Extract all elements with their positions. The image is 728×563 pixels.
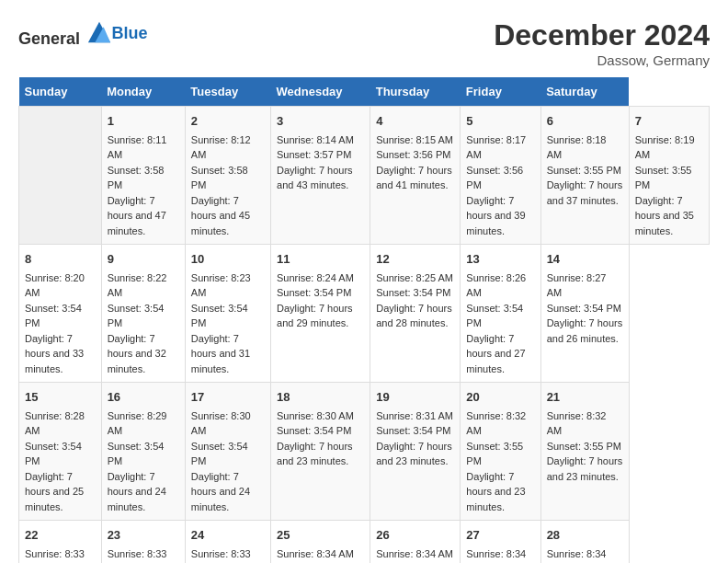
sunset-text: Sunset: 3:56 PM xyxy=(376,149,450,160)
sunrise-text: Sunrise: 8:22 AM xyxy=(108,272,167,299)
sunrise-text: Sunrise: 8:28 AM xyxy=(25,410,85,437)
sunrise-text: Sunrise: 8:34 AM xyxy=(466,548,526,564)
sunrise-text: Sunrise: 8:14 AM xyxy=(277,134,354,145)
sunrise-text: Sunrise: 8:25 AM xyxy=(376,272,453,283)
calendar-cell: 18Sunrise: 8:30 AMSunset: 3:54 PMDayligh… xyxy=(271,383,370,521)
calendar-cell: 16Sunrise: 8:29 AMSunset: 3:54 PMDayligh… xyxy=(101,383,185,521)
day-header-saturday: Saturday xyxy=(540,77,629,107)
week-row-2: 8Sunrise: 8:20 AMSunset: 3:54 PMDaylight… xyxy=(19,245,710,383)
day-header-friday: Friday xyxy=(461,77,540,107)
sunset-text: Sunset: 3:55 PM xyxy=(466,441,523,467)
main-title: December 2024 xyxy=(494,18,710,52)
calendar-cell: 19Sunrise: 8:31 AMSunset: 3:54 PMDayligh… xyxy=(370,383,461,521)
day-number: 12 xyxy=(376,250,454,269)
day-number: 4 xyxy=(376,112,454,131)
day-number: 3 xyxy=(277,112,364,131)
sunrise-text: Sunrise: 8:19 AM xyxy=(635,134,695,161)
sunrise-text: Sunrise: 8:34 AM xyxy=(547,548,607,564)
daylight-text: Daylight: 7 hours and 27 minutes. xyxy=(466,333,525,374)
day-header-thursday: Thursday xyxy=(370,77,461,107)
day-number: 8 xyxy=(25,250,96,269)
day-number: 20 xyxy=(466,388,534,407)
calendar-cell: 6Sunrise: 8:18 AMSunset: 3:55 PMDaylight… xyxy=(540,107,629,245)
day-number: 1 xyxy=(108,112,179,131)
day-number: 13 xyxy=(466,250,534,269)
day-number: 25 xyxy=(277,526,364,545)
calendar-cell: 22Sunrise: 8:33 AMSunset: 3:56 PMDayligh… xyxy=(19,521,102,564)
sunset-text: Sunset: 3:54 PM xyxy=(277,425,351,436)
calendar-cell: 7Sunrise: 8:19 AMSunset: 3:55 PMDaylight… xyxy=(629,107,709,245)
week-row-3: 15Sunrise: 8:28 AMSunset: 3:54 PMDayligh… xyxy=(19,383,710,521)
sunset-text: Sunset: 3:54 PM xyxy=(108,441,165,467)
day-number: 7 xyxy=(635,112,703,131)
calendar-cell: 14Sunrise: 8:27 AMSunset: 3:54 PMDayligh… xyxy=(540,245,629,383)
sunrise-text: Sunrise: 8:27 AM xyxy=(547,272,607,299)
calendar-cell: 15Sunrise: 8:28 AMSunset: 3:54 PMDayligh… xyxy=(19,383,102,521)
sunset-text: Sunset: 3:58 PM xyxy=(191,165,248,191)
daylight-text: Daylight: 7 hours and 33 minutes. xyxy=(25,333,84,374)
sunrise-text: Sunrise: 8:30 AM xyxy=(277,410,354,421)
week-row-1: 1Sunrise: 8:11 AMSunset: 3:58 PMDaylight… xyxy=(19,107,710,245)
calendar-cell: 25Sunrise: 8:34 AMSunset: 3:58 PMDayligh… xyxy=(271,521,370,564)
calendar-cell: 21Sunrise: 8:32 AMSunset: 3:55 PMDayligh… xyxy=(540,383,629,521)
day-header-sunday: Sunday xyxy=(19,77,102,107)
day-number: 24 xyxy=(191,526,265,545)
sunrise-text: Sunrise: 8:11 AM xyxy=(108,134,167,161)
title-block: December 2024 Dassow, Germany xyxy=(494,18,710,68)
day-number: 9 xyxy=(108,250,179,269)
sunrise-text: Sunrise: 8:23 AM xyxy=(191,272,251,299)
daylight-text: Daylight: 7 hours and 37 minutes. xyxy=(547,179,623,206)
logo-icon xyxy=(86,18,112,44)
logo: General Blue xyxy=(18,18,148,49)
page-header: General Blue December 2024 Dassow, Germa… xyxy=(18,18,710,68)
calendar-cell: 10Sunrise: 8:23 AMSunset: 3:54 PMDayligh… xyxy=(185,245,270,383)
sunrise-text: Sunrise: 8:33 AM xyxy=(191,548,251,564)
day-number: 5 xyxy=(466,112,534,131)
calendar-cell: 4Sunrise: 8:15 AMSunset: 3:56 PMDaylight… xyxy=(370,107,461,245)
calendar-header-row: SundayMondayTuesdayWednesdayThursdayFrid… xyxy=(19,77,710,107)
daylight-text: Daylight: 7 hours and 24 minutes. xyxy=(191,471,250,512)
sunset-text: Sunset: 3:54 PM xyxy=(547,303,621,314)
daylight-text: Daylight: 7 hours and 25 minutes. xyxy=(25,471,84,512)
day-number: 14 xyxy=(547,250,623,269)
day-number: 11 xyxy=(277,250,364,269)
calendar-cell: 17Sunrise: 8:30 AMSunset: 3:54 PMDayligh… xyxy=(185,383,270,521)
day-number: 15 xyxy=(25,388,96,407)
sunset-text: Sunset: 3:54 PM xyxy=(376,287,450,298)
sunrise-text: Sunrise: 8:26 AM xyxy=(466,272,526,299)
sunrise-text: Sunrise: 8:17 AM xyxy=(466,134,526,161)
sunrise-text: Sunrise: 8:34 AM xyxy=(277,548,354,559)
daylight-text: Daylight: 7 hours and 28 minutes. xyxy=(376,303,452,329)
daylight-text: Daylight: 7 hours and 23 minutes. xyxy=(466,471,525,512)
sunrise-text: Sunrise: 8:33 AM xyxy=(25,548,85,564)
day-number: 21 xyxy=(547,388,623,407)
sunrise-text: Sunrise: 8:33 AM xyxy=(108,548,167,564)
sunset-text: Sunset: 3:55 PM xyxy=(547,441,621,452)
sunrise-text: Sunrise: 8:34 AM xyxy=(376,548,453,559)
sunset-text: Sunset: 3:54 PM xyxy=(277,287,351,298)
day-number: 27 xyxy=(466,526,534,545)
sunrise-text: Sunrise: 8:29 AM xyxy=(108,410,167,437)
calendar-table: SundayMondayTuesdayWednesdayThursdayFrid… xyxy=(18,77,710,563)
sunset-text: Sunset: 3:58 PM xyxy=(108,165,165,191)
daylight-text: Daylight: 7 hours and 47 minutes. xyxy=(108,195,166,236)
sunset-text: Sunset: 3:55 PM xyxy=(635,165,692,191)
day-number: 17 xyxy=(191,388,265,407)
sunset-text: Sunset: 3:54 PM xyxy=(25,441,82,467)
daylight-text: Daylight: 7 hours and 26 minutes. xyxy=(547,317,623,344)
sunset-text: Sunset: 3:54 PM xyxy=(466,303,523,329)
week-row-4: 22Sunrise: 8:33 AMSunset: 3:56 PMDayligh… xyxy=(19,521,710,564)
daylight-text: Daylight: 7 hours and 29 minutes. xyxy=(277,303,353,329)
calendar-cell: 8Sunrise: 8:20 AMSunset: 3:54 PMDaylight… xyxy=(19,245,102,383)
calendar-cell: 27Sunrise: 8:34 AMSunset: 3:59 PMDayligh… xyxy=(461,521,540,564)
calendar-cell: 12Sunrise: 8:25 AMSunset: 3:54 PMDayligh… xyxy=(370,245,461,383)
logo-general: General xyxy=(18,18,112,49)
day-number: 28 xyxy=(547,526,623,545)
sunrise-text: Sunrise: 8:31 AM xyxy=(376,410,453,421)
day-number: 6 xyxy=(547,112,623,131)
day-number: 10 xyxy=(191,250,265,269)
calendar-cell: 2Sunrise: 8:12 AMSunset: 3:58 PMDaylight… xyxy=(185,107,270,245)
sunset-text: Sunset: 3:54 PM xyxy=(376,425,450,436)
day-number: 23 xyxy=(108,526,179,545)
calendar-cell: 20Sunrise: 8:32 AMSunset: 3:55 PMDayligh… xyxy=(461,383,540,521)
